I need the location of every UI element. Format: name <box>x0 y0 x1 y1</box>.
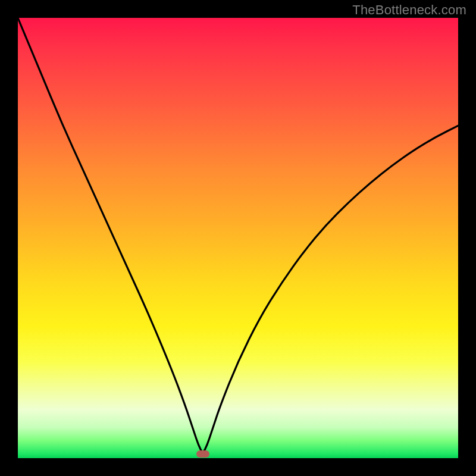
plot-area <box>18 18 458 458</box>
bottleneck-curve <box>18 18 458 452</box>
chart-frame: TheBottleneck.com <box>0 0 476 476</box>
watermark-text: TheBottleneck.com <box>352 2 466 18</box>
optimum-marker <box>196 450 209 458</box>
curve-svg <box>18 18 458 458</box>
